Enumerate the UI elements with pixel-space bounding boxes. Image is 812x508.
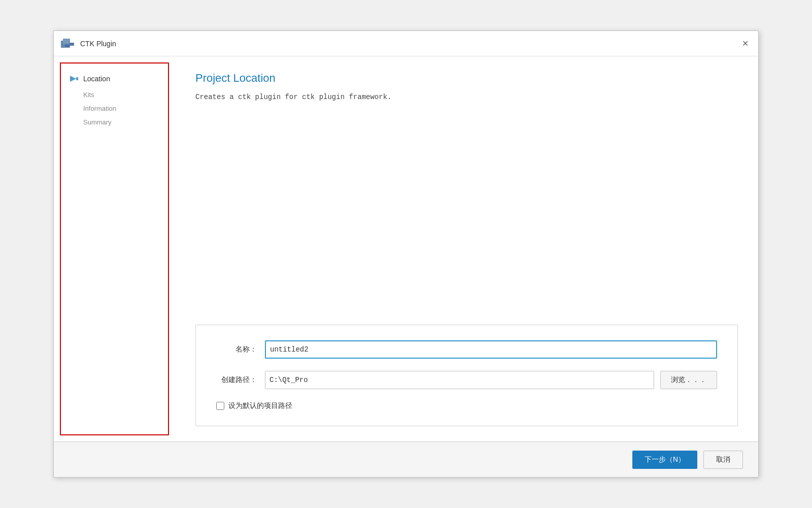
name-field-row: 名称： (216, 340, 717, 359)
sidebar-kits-label: Kits (83, 91, 94, 99)
svg-rect-5 (76, 77, 78, 80)
name-label: 名称： (216, 345, 257, 354)
default-path-label: 设为默认的项目路径 (228, 401, 292, 410)
app-title: CTK Plugin (80, 40, 116, 48)
location-arrow-icon (69, 74, 79, 84)
sidebar-item-information[interactable]: Information (61, 102, 168, 115)
page-title: Project Location (195, 72, 738, 85)
main-content-area: Location Kits Information Summary Projec… (54, 56, 758, 441)
sidebar-summary-label: Summary (83, 118, 112, 126)
next-button[interactable]: 下一步（N） (632, 451, 697, 469)
wizard-sidebar: Location Kits Information Summary (60, 62, 169, 435)
page-description: Creates a ctk plugin for ctk plugin fram… (195, 93, 738, 101)
app-logo-icon (60, 36, 76, 52)
svg-marker-4 (70, 76, 76, 82)
svg-rect-2 (69, 43, 74, 46)
path-field-row: 创建路径： 浏览．．． (216, 371, 717, 389)
sidebar-item-kits[interactable]: Kits (61, 88, 168, 102)
path-input[interactable] (265, 371, 654, 389)
sidebar-location-label: Location (83, 75, 110, 83)
browse-button[interactable]: 浏览．．． (660, 371, 717, 389)
default-path-row: 设为默认的项目路径 (216, 401, 717, 410)
close-button[interactable]: ✕ (738, 37, 752, 51)
title-bar: CTK Plugin ✕ (54, 31, 758, 56)
name-input[interactable] (265, 340, 717, 359)
sidebar-item-location[interactable]: Location (61, 70, 168, 88)
sidebar-information-label: Information (83, 105, 116, 112)
form-container: 名称： 创建路径： 浏览．．． 设为默认的项目路径 (195, 325, 738, 426)
sidebar-item-summary[interactable]: Summary (61, 115, 168, 129)
default-path-checkbox[interactable] (216, 402, 224, 410)
main-dialog: CTK Plugin ✕ Location Kits Information (53, 30, 759, 478)
svg-rect-1 (63, 39, 70, 44)
svg-rect-3 (65, 45, 69, 47)
content-area: Project Location Creates a ctk plugin fo… (175, 56, 758, 441)
path-label: 创建路径： (216, 375, 257, 385)
footer-bar: 下一步（N） 取消 (54, 441, 758, 477)
cancel-button[interactable]: 取消 (703, 451, 743, 469)
